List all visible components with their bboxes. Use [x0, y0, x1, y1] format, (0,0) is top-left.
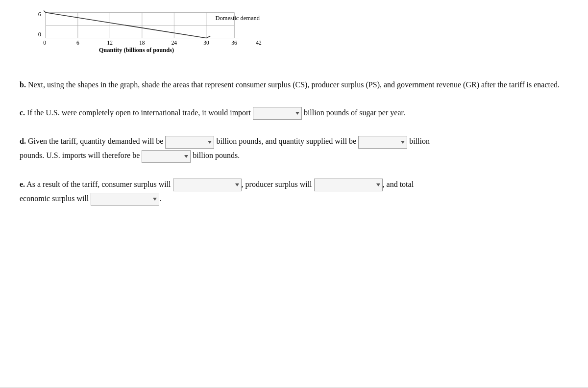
- question-e-dropdown2[interactable]: increase decrease stay the same: [314, 179, 383, 191]
- x-axis-title: Quantity (billions of pounds): [99, 47, 174, 53]
- x-label-0: 0: [43, 40, 46, 46]
- page-container: 6 0 0 6 12: [0, 0, 588, 388]
- question-c-block: c. If the U.S. were completely open to i…: [20, 106, 568, 120]
- question-c-dropdown[interactable]: 6 12 18 24 30 36: [253, 107, 302, 120]
- x-label-30: 30: [203, 40, 209, 46]
- question-e-line1: e. As a result of the tariff, consumer s…: [20, 178, 568, 192]
- x-label-42: 42: [256, 40, 262, 46]
- x-label-6: 6: [76, 40, 79, 46]
- question-e-dropdown3[interactable]: increase decrease stay the same: [91, 193, 159, 206]
- x-label-18: 18: [139, 40, 145, 46]
- svg-line-9: [206, 36, 210, 38]
- question-d-line2: pounds. U.S. imports will therefore be 6…: [20, 149, 568, 163]
- question-b-label: b.: [20, 80, 26, 89]
- chart-svg: 6 0 0 6 12: [29, 10, 284, 64]
- y-label-0: 0: [38, 31, 41, 38]
- question-d-dropdown1[interactable]: 6 12 18 24 30 36: [165, 136, 214, 149]
- question-d-label: d.: [20, 137, 26, 145]
- question-b-text: b. Next, using the shapes in the graph, …: [20, 78, 568, 91]
- question-d-dropdown2[interactable]: 6 12 18 24 30 36: [358, 136, 407, 149]
- question-e-label: e.: [20, 180, 25, 188]
- question-d-block: d. Given the tariff, quantity demanded w…: [20, 134, 568, 163]
- y-label-6: 6: [38, 11, 41, 18]
- demand-label: Domestic demand: [216, 15, 260, 22]
- question-d-line1: d. Given the tariff, quantity demanded w…: [20, 134, 568, 149]
- question-d-dropdown3[interactable]: 6 12 18 24 30 36: [142, 150, 191, 163]
- question-b-block: b. Next, using the shapes in the graph, …: [20, 78, 568, 91]
- svg-line-8: [44, 10, 46, 12]
- x-label-12: 12: [107, 40, 113, 46]
- question-e-block: e. As a result of the tariff, consumer s…: [20, 178, 568, 206]
- question-c-text: c. If the U.S. were completely open to i…: [20, 106, 568, 120]
- question-e-dropdown1[interactable]: increase decrease stay the same: [173, 179, 242, 191]
- chart-area: 6 0 0 6 12: [29, 10, 284, 64]
- x-label-24: 24: [172, 40, 177, 46]
- x-label-36: 36: [231, 40, 237, 46]
- question-e-line2: economic surplus will increase decrease …: [20, 192, 568, 206]
- question-c-label: c.: [20, 108, 25, 117]
